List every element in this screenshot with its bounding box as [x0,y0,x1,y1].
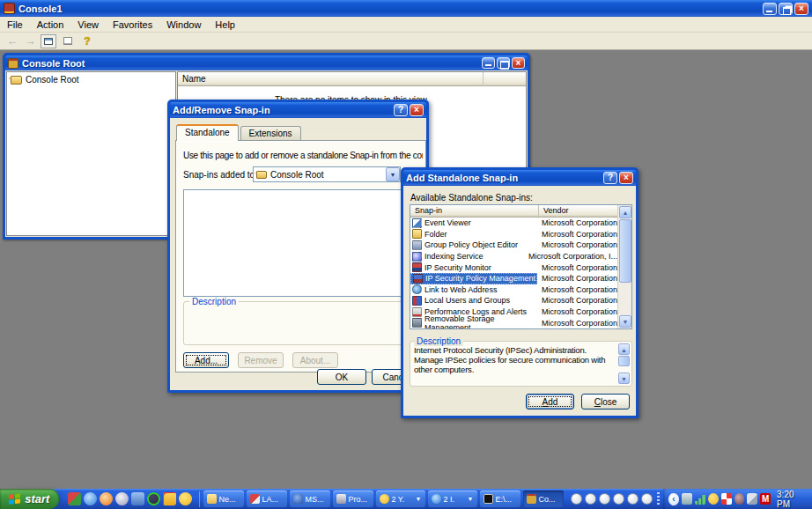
column-divider[interactable] [483,72,484,86]
back-icon[interactable]: ← [5,34,19,48]
minimize-button[interactable] [763,3,777,15]
menu-window[interactable]: Window [159,18,208,32]
snapin-list: Snap-in Vendor Event Viewer Microsoft Co… [410,204,632,329]
forward-icon[interactable]: → [23,34,37,48]
chat-app-icon[interactable] [147,492,160,505]
firefox-icon[interactable] [100,492,113,505]
dialog-help-button[interactable]: ? [603,172,617,184]
windows-flag-icon [9,493,21,505]
ok-button[interactable]: OK [317,369,366,385]
dialog-close-button[interactable]: × [410,104,424,116]
task-group-internet-explorer[interactable]: 2 I.▼ [428,491,477,507]
collapse-chevron-icon[interactable]: ‹ [668,493,680,505]
task-button-network[interactable]: Ne... [203,491,244,507]
scroll-up-icon[interactable]: ▲ [619,206,631,218]
media-control-button[interactable] [599,493,610,505]
tree-item-console-root[interactable]: Console Root [7,72,175,87]
phone-icon[interactable] [747,493,757,505]
snapin-row-link-web[interactable]: Link to Web Address Microsoft Corporatio… [410,284,617,296]
add-standalone-titlebar[interactable]: Add Standalone Snap-in ? × [403,170,636,186]
scrollbar-thumb[interactable] [619,219,631,283]
media-control-button[interactable] [641,493,653,505]
menu-view[interactable]: View [70,18,106,32]
mcafee-icon[interactable]: M [760,493,771,505]
combobox-value: Console Root [270,170,386,180]
add-remove-titlebar[interactable]: Add/Remove Snap-in ? × [170,102,426,118]
snapin-row-group-policy[interactable]: Group Policy Object Editor Microsoft Cor… [410,240,617,251]
taskbar: start Ne... LA... MS... Pro... 2 Y.▼ 2 I… [0,489,812,509]
add-snapin-button[interactable]: Add... [183,352,229,368]
task-button-cmd[interactable]: E:\... [480,491,520,507]
available-snapins-label: Available Standalone Snap-ins: [410,193,533,203]
snapin-row-indexing[interactable]: Indexing Service Microsoft Corporation, … [410,251,617,262]
scroll-down-icon[interactable]: ▼ [618,373,630,384]
task-button-ms[interactable]: MS... [290,491,330,507]
task-button-la[interactable]: LA... [247,491,287,507]
task-group-yahoo[interactable]: 2 Y.▼ [376,491,425,507]
messenger-smiley-icon[interactable] [708,493,719,505]
dialog-close-button[interactable]: × [619,172,633,184]
help-button[interactable]: ? [79,34,95,48]
added-snapins-listbox[interactable] [183,189,421,297]
scrollbar-thumb[interactable] [618,356,630,366]
menu-favorites[interactable]: Favorites [106,18,159,32]
ip-security-policy-icon [413,274,423,284]
child-close-button[interactable]: × [512,57,525,69]
media-control-button[interactable] [585,493,596,505]
chevron-down-icon[interactable]: ▼ [386,167,400,181]
menu-file[interactable]: File [0,18,30,32]
snapin-row-local-users[interactable]: Local Users and Groups Microsoft Corpora… [410,295,617,306]
toolbar-grip[interactable] [657,492,660,506]
media-control-button[interactable] [613,493,624,505]
snapin-column-header[interactable]: Snap-in [410,205,539,217]
dialog-help-button[interactable]: ? [394,104,408,116]
status-dot-icon[interactable] [734,493,745,505]
list-column-header[interactable]: Name [178,72,526,86]
media-control-button[interactable] [571,493,582,505]
snapins-added-to-combobox[interactable]: Console Root ▼ [253,166,401,182]
snapin-row-folder[interactable]: Folder Microsoft Corporation [410,229,617,240]
add-button[interactable]: Add [526,394,574,409]
task-button-console-active[interactable]: Co... [523,491,564,507]
snapin-row-removable-storage[interactable]: Removable Storage Management Microsoft C… [410,317,617,328]
snapin-row-event-viewer[interactable]: Event Viewer Microsoft Corporation [410,218,617,229]
folder-icon [412,229,422,239]
export-list-button[interactable] [60,34,76,48]
about-snapin-button: About... [292,352,338,368]
messenger-smiley-icon[interactable] [179,492,192,505]
menu-action[interactable]: Action [30,18,71,32]
antivirus-pinwheel-icon[interactable] [721,493,732,505]
task-button-pro[interactable]: Pro... [333,491,373,507]
child-minimize-button[interactable] [482,57,495,69]
description-scrollbar[interactable]: ▲ ▼ [617,343,631,385]
tab-extensions[interactable]: Extensions [240,126,301,141]
close-button[interactable]: Close [581,394,630,409]
console-root-titlebar[interactable]: Console Root × [5,55,528,70]
child-maximize-button[interactable] [497,57,510,69]
snapin-row-ip-policy-selected[interactable]: IP Security Policy Management Microsoft … [410,273,617,284]
snapin-row-ip-monitor[interactable]: IP Security Monitor Microsoft Corporatio… [410,262,617,273]
scroll-down-icon[interactable]: ▼ [619,315,631,328]
app-icon[interactable] [68,492,81,505]
list-scrollbar[interactable]: ▲ ▼ [617,205,631,328]
signal-strength-icon[interactable] [695,493,705,505]
name-column-header[interactable]: Name [178,74,210,84]
scroll-up-icon[interactable]: ▲ [618,343,630,355]
start-button[interactable]: start [0,489,59,509]
group-policy-icon [412,240,422,250]
show-console-tree-button[interactable] [41,34,56,48]
menu-help[interactable]: Help [208,18,242,32]
mail-app-icon[interactable] [131,492,144,505]
close-button[interactable]: × [794,3,808,15]
tab-standalone[interactable]: Standalone [176,124,239,141]
network-icon[interactable] [682,493,692,505]
web-link-icon [412,284,422,294]
media-app-icon[interactable] [115,492,129,505]
system-tray: ‹ M 3:20 PM [663,489,812,509]
internet-explorer-icon[interactable] [84,492,97,505]
download-app-icon[interactable] [163,492,176,505]
media-control-button[interactable] [627,493,639,505]
restore-button[interactable] [779,3,793,15]
main-window-titlebar[interactable]: Console1 × [0,0,812,17]
desktop: Console1 × File Action View Favorites Wi… [0,0,812,509]
